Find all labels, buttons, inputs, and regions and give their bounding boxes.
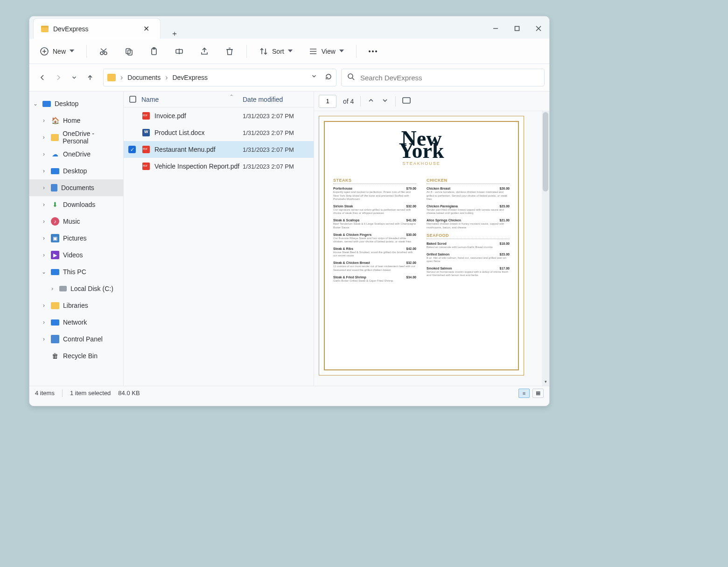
close-window-button[interactable] — [528, 18, 549, 39]
refresh-button[interactable] — [325, 73, 332, 82]
tree-pictures[interactable]: ›▣Pictures — [29, 230, 123, 247]
copy-button[interactable] — [120, 44, 137, 59]
breadcrumb-documents[interactable]: Documents — [127, 74, 161, 81]
separator — [246, 45, 247, 58]
file-row[interactable]: Invoice.pdf1/31/2023 2:07 PM — [124, 107, 314, 124]
menu-item: Steak & Ribs$42.00House Steak Beef & Smo… — [333, 247, 416, 257]
menu-item: Porterhouse$79.00Expertly aged and cooke… — [333, 187, 416, 201]
tree-local-disk[interactable]: ›Local Disk (C:) — [29, 280, 123, 297]
documents-icon — [51, 184, 57, 191]
separator — [86, 45, 87, 58]
preview-scrollbar[interactable]: ▾ — [542, 111, 549, 386]
menu-item: Steak & Chicken Breast$32.0011 ounces of… — [333, 261, 416, 271]
sort-icon — [259, 47, 268, 56]
details-view-button[interactable]: ≡ — [518, 389, 530, 398]
menu-item: Steak & Fried Shrimp$34.00Garlic Butter … — [333, 276, 416, 283]
maximize-button[interactable] — [506, 18, 528, 39]
checkbox-checked-icon[interactable]: ✓ — [128, 146, 136, 153]
column-name[interactable]: Name⌃ — [141, 96, 243, 103]
tree-libraries[interactable]: ›Libraries — [29, 297, 123, 314]
column-date[interactable]: Date modified — [243, 96, 314, 103]
file-name: Restaurant Menu.pdf — [154, 146, 243, 153]
browser-tab[interactable]: DevExpress ✕ — [33, 18, 161, 39]
menu-logo: New York STEAKHOUSE — [333, 131, 510, 166]
address-bar[interactable]: › Documents › DevExpress — [103, 69, 336, 86]
svg-point-22 — [348, 74, 353, 78]
close-tab-icon[interactable]: ✕ — [140, 24, 153, 33]
file-row[interactable]: Product List.docx1/31/2023 2:07 PM — [124, 124, 314, 141]
file-row[interactable]: ✓Restaurant Menu.pdf1/31/2023 2:07 PM — [124, 141, 314, 158]
tree-home[interactable]: ›🏠Home — [29, 112, 123, 129]
tree-recycle-bin[interactable]: 🗑Recycle Bin — [29, 347, 123, 364]
minimize-button[interactable] — [485, 18, 506, 39]
prev-page-button[interactable] — [367, 97, 375, 106]
svg-rect-1 — [515, 27, 519, 31]
recent-button[interactable] — [69, 72, 80, 83]
preview-body: New York STEAKHOUSE STEAKS Porterhouse$7… — [314, 111, 549, 386]
up-button[interactable] — [84, 72, 96, 83]
forward-button[interactable] — [53, 72, 64, 83]
tree-onedrive[interactable]: ›☁OneDrive — [29, 146, 123, 163]
search-box[interactable] — [341, 69, 545, 86]
scrollbar-thumb[interactable] — [543, 112, 548, 191]
history-dropdown[interactable] — [311, 73, 317, 82]
libraries-icon — [51, 302, 59, 309]
back-button[interactable] — [37, 72, 48, 83]
tree-desktop-root[interactable]: ⌄Desktop — [29, 95, 123, 112]
tree-desktop[interactable]: ›Desktop — [29, 163, 123, 179]
new-button[interactable]: New — [36, 44, 78, 59]
share-icon — [200, 47, 209, 56]
desktop-icon — [51, 168, 59, 174]
svg-rect-24 — [130, 96, 136, 102]
titlebar: DevExpress ✕ ＋ — [29, 16, 549, 39]
delete-button[interactable] — [221, 44, 238, 59]
tree-control-panel[interactable]: ›Control Panel — [29, 331, 123, 347]
file-explorer-window: DevExpress ✕ ＋ New Sort Vi — [29, 16, 550, 406]
tree-downloads[interactable]: ›⬇Downloads — [29, 196, 123, 213]
pc-icon — [51, 269, 59, 275]
separator — [360, 96, 361, 106]
share-button[interactable] — [196, 44, 213, 59]
tree-documents[interactable]: ›Documents — [29, 179, 123, 196]
window-controls — [485, 18, 549, 39]
sort-button[interactable]: Sort — [255, 44, 296, 59]
view-button[interactable]: View — [305, 44, 348, 59]
next-page-button[interactable] — [381, 97, 389, 106]
preview-toolbar: of 4 — [314, 92, 549, 111]
file-date: 1/31/2023 2:07 PM — [243, 146, 314, 153]
tree-onedrive-personal[interactable]: ›OneDrive - Personal — [29, 129, 123, 146]
rename-button[interactable] — [171, 44, 188, 59]
tree-network[interactable]: ›Network — [29, 314, 123, 331]
menu-column-right: CHICKEN Chicken Breast$26.00An 8 - ounce… — [427, 174, 510, 286]
trash-icon — [225, 47, 234, 56]
recycle-bin-icon: 🗑 — [51, 352, 59, 360]
file-row[interactable]: Vehicle Inspection Report.pdf1/31/2023 2… — [124, 158, 314, 175]
paste-button[interactable] — [146, 44, 162, 59]
page-number-input[interactable] — [319, 95, 336, 108]
word-icon — [142, 129, 150, 136]
pdf-icon — [142, 146, 150, 153]
address-row: › Documents › DevExpress — [29, 64, 549, 92]
search-input[interactable] — [359, 73, 539, 82]
menu-item: Alice Springs Chicken$21.00Marinated chi… — [427, 219, 510, 229]
more-button[interactable] — [365, 48, 381, 55]
file-name: Invoice.pdf — [154, 112, 243, 120]
file-name: Vehicle Inspection Report.pdf — [154, 163, 243, 170]
navigation-tree: ⌄Desktop ›🏠Home ›OneDrive - Personal ›☁O… — [29, 92, 124, 386]
menu-item: Smoked Salmon$17.00Served on homemade cr… — [427, 267, 510, 277]
control-panel-icon — [51, 335, 59, 343]
item-count: 4 items — [35, 390, 55, 397]
fit-page-button[interactable] — [402, 97, 411, 105]
new-tab-button[interactable]: ＋ — [168, 29, 181, 39]
breadcrumb-devexpress[interactable]: DevExpress — [172, 74, 207, 81]
tree-videos[interactable]: ›▶Videos — [29, 247, 123, 263]
pdf-page: New York STEAKHOUSE STEAKS Porterhouse$7… — [319, 116, 524, 376]
tree-music[interactable]: ›♪Music — [29, 213, 123, 230]
thumbnails-view-button[interactable]: ▦ — [532, 389, 544, 398]
tree-this-pc[interactable]: ⌄This PC — [29, 263, 123, 280]
select-all-checkbox[interactable] — [124, 96, 141, 103]
scroll-down-icon[interactable]: ▾ — [543, 378, 548, 385]
cut-button[interactable] — [95, 44, 112, 59]
sort-label: Sort — [272, 48, 284, 55]
selection-count: 1 item selected — [70, 390, 111, 397]
